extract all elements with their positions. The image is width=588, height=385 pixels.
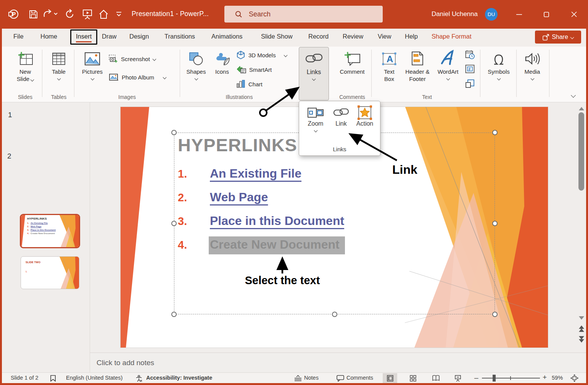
zoom-slider-track[interactable] — [482, 378, 540, 379]
pictures-button[interactable]: Pictures — [77, 48, 108, 100]
chart-button[interactable]: Chart — [236, 80, 263, 88]
undo-button[interactable] — [42, 8, 59, 20]
tab-home[interactable]: Home — [40, 33, 57, 40]
start-slideshow-icon[interactable] — [82, 8, 93, 20]
collapse-ribbon-button[interactable] — [572, 92, 575, 99]
reading-view-icon — [432, 375, 440, 381]
slide-number-icon: # — [465, 65, 475, 74]
group-label-comments: Comments — [334, 94, 370, 100]
powerpoint-window: P Presentation1 - PowerP... Search Danie… — [0, 0, 588, 385]
menu-item-action[interactable]: Action — [352, 105, 378, 127]
tab-draw[interactable]: Draw — [102, 33, 117, 40]
home-icon[interactable] — [98, 8, 109, 20]
selection-handle-middle-left[interactable] — [171, 221, 177, 226]
window-border-right — [586, 29, 588, 385]
selection-handle-top-right[interactable] — [492, 130, 498, 135]
new-slide-button[interactable]: New Slide — [10, 48, 41, 100]
new-slide-chevron-icon — [31, 78, 34, 81]
tab-transitions[interactable]: Transitions — [164, 33, 195, 40]
smartart-button[interactable]: SmartArt — [236, 65, 272, 74]
fit-slide-to-window-icon[interactable] — [570, 374, 578, 382]
next-slide-button-2[interactable] — [579, 339, 584, 343]
shapes-button[interactable]: Shapes — [183, 48, 209, 100]
table-button[interactable]: Table — [44, 48, 74, 100]
zoom-slider-thumb[interactable] — [493, 375, 496, 382]
group-divider — [516, 50, 517, 97]
save-icon[interactable] — [27, 8, 39, 20]
wordart-button[interactable]: WordArt — [433, 48, 462, 100]
selection-handle-middle-right[interactable] — [492, 221, 498, 226]
thumb-item-number: 4. — [27, 232, 29, 235]
previous-slide-button-2[interactable] — [579, 328, 584, 332]
tab-help[interactable]: Help — [405, 33, 418, 40]
slideshow-view-icon — [455, 375, 461, 382]
tab-animations[interactable]: Animations — [211, 33, 243, 40]
tab-file[interactable]: File — [13, 33, 24, 40]
slide-number-button[interactable]: # — [465, 65, 475, 74]
icons-label: Icons — [215, 68, 229, 75]
insert-object-button[interactable] — [465, 79, 475, 89]
tab-insert[interactable]: Insert — [70, 29, 97, 45]
slide-2-thumbnail[interactable]: SLIDE TWO 1. — [21, 256, 79, 289]
slide-sorter-icon — [410, 375, 416, 382]
3d-models-button[interactable]: 3D Models — [236, 50, 287, 60]
media-chevron-icon — [530, 77, 534, 81]
menu-item-link[interactable]: Link — [330, 105, 352, 127]
user-name[interactable]: Daniel Uchenna — [432, 10, 478, 18]
minimize-button[interactable] — [510, 0, 528, 29]
links-button[interactable]: Links — [299, 47, 329, 100]
zoom-level[interactable]: 59% — [552, 375, 563, 381]
close-button[interactable] — [565, 0, 583, 29]
scroll-down-arrow[interactable] — [579, 316, 584, 320]
reading-view-button[interactable] — [429, 373, 443, 383]
user-avatar[interactable]: DU — [485, 8, 498, 21]
icons-button[interactable]: Icons — [210, 48, 234, 100]
slideshow-view-button[interactable] — [451, 373, 465, 383]
screenshot-button[interactable]: Screenshot — [109, 55, 156, 63]
notes-toggle[interactable]: Notes — [304, 375, 319, 381]
selection-handle-top-left[interactable] — [171, 130, 177, 135]
tab-record[interactable]: Record — [308, 33, 329, 40]
tab-review[interactable]: Review — [343, 33, 363, 40]
text-box-button[interactable]: A Text Box — [377, 48, 401, 100]
tab-view[interactable]: View — [378, 33, 391, 40]
slide-1-thumbnail[interactable]: HYPERLINKS 1.An Existing File 2.Web Page… — [20, 214, 80, 248]
header-footer-button[interactable]: Header & Footer — [402, 48, 433, 100]
scrollbar-thumb[interactable] — [578, 112, 584, 191]
pictures-label: Pictures — [82, 68, 103, 75]
media-button[interactable]: Media — [519, 48, 546, 100]
symbols-button[interactable]: Symbols — [484, 48, 513, 100]
date-time-icon — [465, 50, 475, 60]
tab-design[interactable]: Design — [129, 33, 149, 40]
powerpoint-logo-icon[interactable]: P — [8, 8, 19, 20]
menu-item-zoom[interactable]: Zoom — [303, 105, 328, 132]
comments-toggle[interactable]: Comments — [346, 375, 373, 381]
slide-sorter-view-button[interactable] — [406, 373, 420, 383]
tab-shape-format[interactable]: Shape Format — [432, 33, 472, 40]
tab-slide-show[interactable]: Slide Show — [261, 33, 293, 40]
slide-indicator[interactable]: Slide 1 of 2 — [11, 375, 39, 381]
normal-view-button[interactable] — [383, 373, 397, 383]
maximize-button[interactable] — [538, 0, 555, 29]
date-time-button[interactable] — [465, 50, 475, 60]
search-input[interactable]: Search — [224, 6, 383, 23]
scroll-up-arrow[interactable] — [579, 107, 584, 110]
zoom-out-button[interactable]: – — [474, 374, 478, 382]
comment-button[interactable]: Comment — [334, 48, 370, 100]
comment-label: Comment — [340, 68, 364, 75]
selection-handle-bottom-left[interactable] — [171, 312, 177, 317]
selection-handle-bottom-middle[interactable] — [332, 312, 337, 317]
notes-pane[interactable]: Click to add notes — [90, 353, 586, 372]
zoom-in-button[interactable]: + — [543, 373, 547, 382]
language-indicator[interactable]: English (United States) — [66, 375, 122, 381]
quick-access-toolbar-chevron-icon[interactable] — [114, 8, 123, 20]
thumb-item-number: 3. — [27, 229, 29, 231]
annotation-link-label: Link — [392, 163, 417, 177]
screenshot-icon — [109, 55, 118, 63]
selection-handle-bottom-right[interactable] — [492, 312, 498, 317]
spell-check-icon[interactable] — [50, 375, 56, 382]
photo-album-button[interactable]: Photo Album — [109, 73, 166, 81]
share-button[interactable]: Share — [535, 31, 581, 44]
redo-icon[interactable] — [64, 8, 76, 20]
accessibility-status[interactable]: Accessibility: Investigate — [146, 375, 212, 381]
